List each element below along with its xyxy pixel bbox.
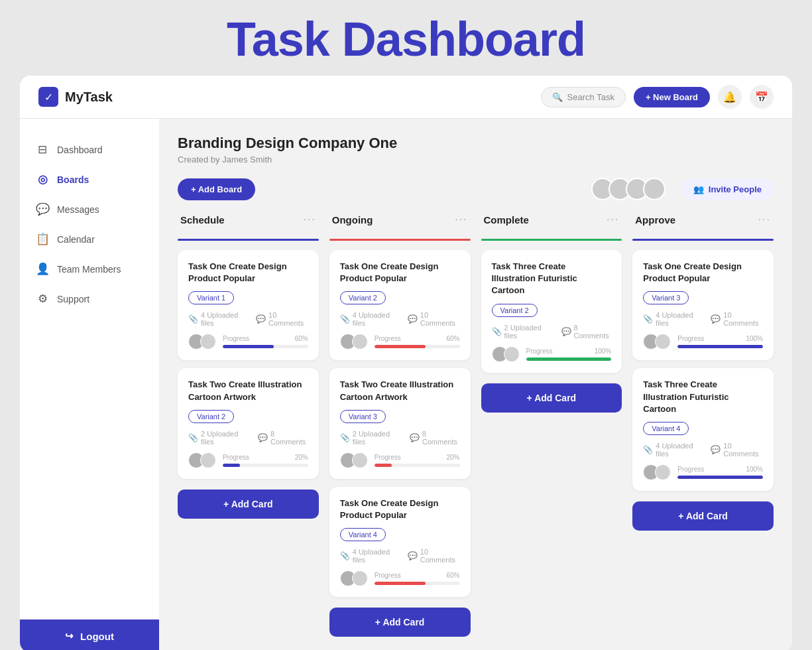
search-bar[interactable]: 🔍 Search Task <box>541 87 626 107</box>
files-label: 2 Uploaded files <box>353 430 400 446</box>
logo-icon: ✓ <box>38 87 58 107</box>
sidebar-item-boards[interactable]: ◎ Boards <box>20 164 159 194</box>
sidebar-item-label: Support <box>57 294 89 304</box>
progress-label: Progress <box>677 335 704 342</box>
sidebar-item-dashboard[interactable]: ⊟ Dashboard <box>20 135 159 164</box>
invite-people-button[interactable]: 👥 Invite People <box>681 178 774 200</box>
progress-area: Progress 100% <box>677 466 763 479</box>
card-title: Task One Create Design Product Popular <box>340 497 460 521</box>
comments-meta: 💬 10 Comments <box>711 442 763 458</box>
avatar <box>200 452 216 468</box>
column-menu-button[interactable]: ··· <box>758 214 771 226</box>
comment-icon: 💬 <box>258 433 268 442</box>
sidebar-item-support[interactable]: ⚙ Support <box>20 284 159 314</box>
card-bottom: Progress 60% <box>340 334 460 350</box>
task-card: Task One Create Design Product Popular V… <box>329 250 471 360</box>
progress-label: Progress <box>375 454 401 461</box>
progress-bar-fill <box>375 464 392 467</box>
file-icon: 📎 <box>340 551 350 560</box>
file-icon: 📎 <box>492 327 502 336</box>
sidebar-item-label: Calendar <box>57 234 95 245</box>
sidebar-item-calendar[interactable]: 📋 Calendar <box>20 224 159 254</box>
add-board-button[interactable]: + Add Board <box>178 178 255 200</box>
card-bottom: Progress 60% <box>340 570 460 586</box>
add-card-button-approve[interactable]: + Add Card <box>632 501 774 531</box>
files-label: 2 Uploaded files <box>504 324 552 340</box>
card-avatars <box>188 334 216 350</box>
comments-meta: 💬 8 Comments <box>561 324 612 340</box>
project-subtitle: Created by James Smith <box>178 155 774 164</box>
search-placeholder: Search Task <box>567 92 614 102</box>
card-meta: 📎 4 Uploaded files 💬 10 Comments <box>188 311 308 327</box>
avatar <box>655 334 671 350</box>
avatar <box>352 452 368 468</box>
progress-label: Progress <box>526 348 553 355</box>
card-title: Task One Create Design Product Popular <box>188 261 308 285</box>
member-avatars <box>591 178 666 200</box>
progress-label-row: Progress 60% <box>223 335 308 342</box>
add-card-button-complete[interactable]: + Add Card <box>481 383 622 413</box>
card-bottom: Progress 60% <box>188 334 308 350</box>
sidebar-item-label: Messages <box>57 204 99 215</box>
progress-bar-bg <box>375 464 460 467</box>
task-card: Task Two Create Illustration Cartoon Art… <box>329 368 471 478</box>
add-card-button-schedule[interactable]: + Add Card <box>178 489 319 519</box>
progress-bar-fill <box>677 476 763 479</box>
card-meta: 📎 4 Uploaded files 💬 10 Comments <box>643 311 763 327</box>
column-menu-button[interactable]: ··· <box>455 214 467 226</box>
variant-badge: Variant 3 <box>340 410 386 423</box>
progress-bar-fill <box>223 345 274 348</box>
sidebar-item-team-members[interactable]: 👤 Team Members <box>20 254 159 284</box>
task-card: Task Three Create Illustration Futuristi… <box>632 368 774 491</box>
column-menu-button[interactable]: ··· <box>303 214 316 226</box>
progress-bar-fill <box>677 345 763 348</box>
card-title: Task One Create Design Product Popular <box>340 261 460 285</box>
column-line <box>632 239 774 241</box>
progress-value: 100% <box>746 335 763 342</box>
column-complete: Complete ··· Task Three Create Illustrat… <box>481 214 622 637</box>
progress-bar-fill <box>375 345 426 348</box>
logout-button[interactable]: ↪ Logout <box>20 619 159 650</box>
column-header-approve: Approve ··· <box>632 214 774 231</box>
card-title: Task Two Create Illustration Cartoon Art… <box>188 379 308 403</box>
project-title: Branding Design Company One <box>178 135 774 152</box>
column-title: Ongoing <box>332 214 373 226</box>
progress-bar-fill <box>526 358 612 361</box>
avatar <box>352 570 368 586</box>
calendar-button[interactable]: 📅 <box>750 85 774 109</box>
progress-bar-fill <box>223 464 240 467</box>
progress-area: Progress 60% <box>375 335 460 348</box>
add-card-button-ongoing[interactable]: + Add Card <box>329 608 471 637</box>
column-header-ongoing: Ongoing ··· <box>329 214 471 231</box>
invite-label: Invite People <box>709 184 762 194</box>
card-meta: 📎 4 Uploaded files 💬 10 Comments <box>340 548 460 564</box>
progress-value: 20% <box>446 454 459 461</box>
card-bottom: Progress 100% <box>492 346 612 362</box>
task-card: Task Three Create Illustration Futuristi… <box>481 250 622 373</box>
comment-icon: 💬 <box>256 314 266 324</box>
column-ongoing: Ongoing ··· Task One Create Design Produ… <box>329 214 471 637</box>
page-title-area: Task Dashboard <box>0 0 812 76</box>
progress-value: 20% <box>295 454 308 461</box>
progress-label-row: Progress 100% <box>526 348 612 355</box>
comments-meta: 💬 10 Comments <box>256 311 308 327</box>
progress-bar-bg <box>677 476 763 479</box>
card-avatars <box>340 570 368 586</box>
sidebar-item-messages[interactable]: 💬 Messages <box>20 194 159 224</box>
sidebar-item-label: Team Members <box>57 264 121 275</box>
column-line <box>481 239 622 241</box>
notification-button[interactable]: 🔔 <box>718 85 742 109</box>
card-avatars <box>188 452 216 468</box>
column-menu-button[interactable]: ··· <box>607 214 619 226</box>
comment-icon: 💬 <box>410 433 420 442</box>
progress-label-row: Progress 20% <box>375 454 460 461</box>
avatar <box>352 334 368 350</box>
variant-badge: Variant 3 <box>643 291 689 304</box>
boards-icon: ◎ <box>36 172 49 186</box>
comments-label: 8 Comments <box>422 430 460 446</box>
column-line <box>329 239 471 241</box>
new-board-button[interactable]: + New Board <box>634 87 710 107</box>
progress-label-row: Progress 60% <box>375 572 460 579</box>
file-icon: 📎 <box>643 445 653 454</box>
comments-meta: 💬 10 Comments <box>408 311 460 327</box>
